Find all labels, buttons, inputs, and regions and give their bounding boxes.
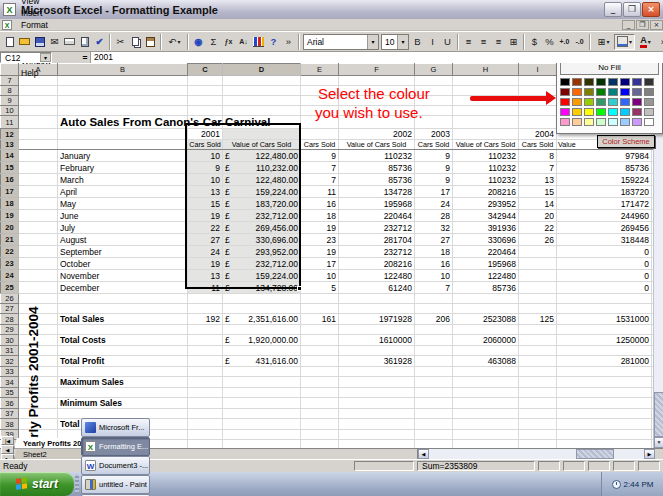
cell-C39[interactable] bbox=[188, 430, 223, 440]
cell-C17[interactable]: 13 bbox=[188, 186, 223, 198]
cell-A18[interactable] bbox=[19, 198, 58, 210]
cell-A10[interactable] bbox=[19, 106, 58, 116]
cell-F36[interactable] bbox=[339, 398, 415, 409]
cell-D29[interactable] bbox=[223, 325, 301, 335]
cell-I25[interactable] bbox=[519, 282, 557, 294]
column-header-C[interactable]: C bbox=[188, 64, 223, 76]
borders-icon[interactable]: ⊞▾ bbox=[593, 34, 614, 50]
cell-F26[interactable] bbox=[339, 294, 415, 304]
cell-E26[interactable] bbox=[301, 294, 339, 304]
color-swatch-FF99CC[interactable] bbox=[560, 118, 570, 126]
cell-D33[interactable] bbox=[223, 367, 301, 377]
cell-H11[interactable] bbox=[453, 116, 519, 129]
row-header-28[interactable]: 28 bbox=[1, 314, 19, 325]
cell-F12[interactable]: 2002 bbox=[339, 129, 415, 140]
color-swatch-808080[interactable] bbox=[644, 88, 654, 96]
cell-E18[interactable]: 16 bbox=[301, 198, 339, 210]
cell-A15[interactable] bbox=[19, 162, 58, 174]
cell-I19[interactable]: 20 bbox=[519, 210, 557, 222]
cell-E30[interactable] bbox=[301, 335, 339, 346]
cell-B23[interactable]: October bbox=[58, 258, 188, 270]
cell-C26[interactable] bbox=[188, 294, 223, 304]
cell-H7[interactable] bbox=[453, 76, 519, 86]
cell-D34[interactable] bbox=[223, 377, 301, 388]
cell-F23[interactable]: 208216 bbox=[339, 258, 415, 270]
color-swatch-FFCC00[interactable] bbox=[572, 108, 582, 116]
cell-C9[interactable] bbox=[188, 96, 223, 106]
cell-G29[interactable] bbox=[415, 325, 453, 335]
task-button-1[interactable]: Microsoft Fr... bbox=[81, 418, 150, 437]
menu-insert[interactable]: Insert bbox=[16, 7, 56, 19]
cell-C30[interactable] bbox=[188, 335, 223, 346]
cell-J28[interactable]: 1531000 bbox=[557, 314, 652, 325]
cell-J27[interactable] bbox=[557, 304, 652, 314]
cell-I40[interactable] bbox=[519, 440, 557, 449]
spelling-icon[interactable]: ✔ bbox=[92, 34, 107, 50]
cell-H13[interactable]: Value of Cars Sold bbox=[453, 140, 519, 150]
cell-C32[interactable] bbox=[188, 356, 223, 367]
cell-E31[interactable] bbox=[301, 346, 339, 356]
cell-I17[interactable]: 15 bbox=[519, 186, 557, 198]
row-header-29[interactable]: 29 bbox=[1, 325, 19, 335]
workbook-restore-button[interactable]: ❐ bbox=[636, 20, 649, 30]
cell-I27[interactable] bbox=[519, 304, 557, 314]
cell-H16[interactable]: 110232 bbox=[453, 174, 519, 186]
cell-J19[interactable]: 244960 bbox=[557, 210, 652, 222]
cell-J33[interactable] bbox=[557, 367, 652, 377]
cell-J31[interactable] bbox=[557, 346, 652, 356]
cell-E13[interactable]: Cars Sold bbox=[301, 140, 339, 150]
cell-I26[interactable] bbox=[519, 294, 557, 304]
cell-C22[interactable]: 24 bbox=[188, 246, 223, 258]
cell-G40[interactable] bbox=[415, 440, 453, 449]
cell-H25[interactable]: 85736 bbox=[453, 282, 519, 294]
cell-I32[interactable] bbox=[519, 356, 557, 367]
color-swatch-000000[interactable] bbox=[560, 78, 570, 86]
cell-D10[interactable] bbox=[223, 106, 301, 116]
cell-G17[interactable]: 17 bbox=[415, 186, 453, 198]
font-name-combo[interactable]: Arial▾ bbox=[303, 34, 379, 50]
cell-F27[interactable] bbox=[339, 304, 415, 314]
cut-icon[interactable]: ✂ bbox=[113, 34, 128, 50]
cell-E27[interactable] bbox=[301, 304, 339, 314]
cell-D16[interactable]: £122,480.00 bbox=[223, 174, 301, 186]
row-header-14[interactable]: 14 bbox=[1, 150, 19, 162]
cell-D24[interactable]: £159,224.00 bbox=[223, 270, 301, 282]
cell-J18[interactable]: 171472 bbox=[557, 198, 652, 210]
cell-C29[interactable] bbox=[188, 325, 223, 335]
cell-C37[interactable] bbox=[188, 409, 223, 419]
row-header-37[interactable]: 37 bbox=[1, 409, 19, 419]
quick-launch-handle[interactable] bbox=[75, 474, 79, 494]
cell-E29[interactable] bbox=[301, 325, 339, 335]
cell-B24[interactable]: November bbox=[58, 270, 188, 282]
row-header-23[interactable]: 23 bbox=[1, 258, 19, 270]
cell-F29[interactable] bbox=[339, 325, 415, 335]
color-swatch-FFFF99[interactable] bbox=[584, 118, 594, 126]
chart-wizard-icon[interactable] bbox=[251, 34, 266, 50]
cell-C13[interactable]: Cars Sold bbox=[188, 140, 223, 150]
cell-I39[interactable] bbox=[519, 430, 557, 440]
cell-E35[interactable] bbox=[301, 388, 339, 398]
color-swatch-99CCFF[interactable] bbox=[620, 118, 630, 126]
scroll-left-icon[interactable]: ◀ bbox=[418, 449, 429, 459]
cell-G26[interactable] bbox=[415, 294, 453, 304]
cell-B32[interactable]: Total Profit bbox=[58, 356, 188, 367]
row-header-12[interactable]: 12 bbox=[1, 129, 19, 140]
cell-F24[interactable]: 122480 bbox=[339, 270, 415, 282]
cell-J25[interactable]: 0 bbox=[557, 282, 652, 294]
cell-C33[interactable] bbox=[188, 367, 223, 377]
cell-F16[interactable]: 85736 bbox=[339, 174, 415, 186]
task-button-4[interactable]: untitled - Paint bbox=[81, 475, 150, 494]
percent-style-icon[interactable]: % bbox=[542, 34, 557, 50]
cell-F28[interactable]: 1971928 bbox=[339, 314, 415, 325]
cell-I36[interactable] bbox=[519, 398, 557, 409]
cell-I24[interactable] bbox=[519, 270, 557, 282]
align-right-icon[interactable]: ≡ bbox=[491, 34, 506, 50]
insert-hyperlink-icon[interactable]: ◉ bbox=[191, 34, 206, 50]
cell-E36[interactable] bbox=[301, 398, 339, 409]
row-header-32[interactable]: 32 bbox=[1, 356, 19, 367]
row-header-17[interactable]: 17 bbox=[1, 186, 19, 198]
fill-color-dropdown-icon[interactable]: ▾ bbox=[629, 38, 632, 45]
cell-C8[interactable] bbox=[188, 86, 223, 96]
cell-G21[interactable]: 27 bbox=[415, 234, 453, 246]
name-box[interactable]: C12 ▾ bbox=[0, 52, 52, 63]
